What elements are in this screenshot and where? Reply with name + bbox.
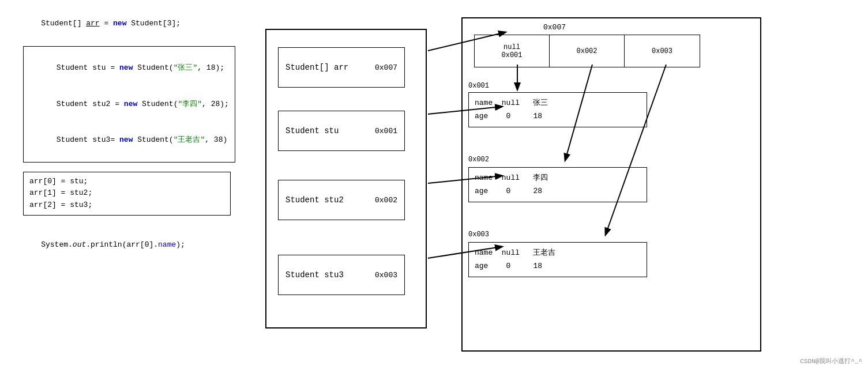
code-arr0: arr[0] = stu; (29, 176, 224, 188)
code-stu1: Student stu = new Student("张三", 18); (29, 50, 229, 86)
stack-label-stu: Student stu (285, 126, 375, 135)
kw-new-2: new (124, 100, 137, 108)
stack-item-stu3: Student stu3 0x003 (278, 255, 405, 295)
new-keyword: new (113, 19, 126, 28)
str-lisi: "李四" (178, 100, 202, 108)
stack-addr-stu3: 0x003 (375, 271, 397, 280)
stack-item-arr: Student[] arr 0x007 (278, 47, 405, 88)
heap-array-cell-0: null 0x001 (475, 35, 550, 67)
obj1-age-row: age 0 28 (475, 184, 641, 198)
heap-box: 0x007 null 0x001 0x002 0x003 0x001 name … (461, 17, 761, 352)
heap-array: null 0x001 0x002 0x003 (474, 35, 700, 67)
obj2-age-row: age 0 18 (475, 259, 641, 273)
code-section: Student[] arr = new Student[3]; Student … (23, 6, 265, 263)
obj0-name-row: name null 张三 (475, 96, 641, 110)
stack-addr-arr: 0x007 (375, 63, 397, 72)
cell2-top: 0x003 (652, 47, 672, 55)
stack-label-stu2: Student stu2 (285, 195, 375, 205)
stack-addr-stu: 0x001 (375, 127, 397, 135)
code-text: Student[] arr = new Student[3]; (41, 19, 181, 28)
out-italic: out (73, 240, 86, 249)
stack-item-stu: Student stu 0x001 (278, 111, 405, 151)
code-stu3: Student stu3= new Student("王老吉", 38) (29, 122, 229, 158)
obj0-age-row: age 0 18 (475, 110, 641, 123)
arr-underline: arr (86, 19, 99, 28)
code-arr2: arr[2] = stu3; (29, 199, 224, 212)
name-field: name (158, 240, 176, 249)
heap-obj-zhangsan: name null 张三 age 0 18 (468, 92, 647, 127)
str-zhangsan: "张三" (174, 63, 198, 72)
code-box-assignments: arr[0] = stu; arr[1] = stu2; arr[2] = st… (23, 172, 231, 216)
code-box-instantiation: Student stu = new Student("张三", 18); Stu… (23, 46, 235, 162)
stack-addr-stu2: 0x002 (375, 196, 397, 205)
watermark: CSDN@我叫小逃打^_^ (800, 357, 862, 365)
code-println: System.out.println(arr[0].name); (23, 227, 265, 263)
stack-label-arr: Student[] arr (285, 63, 375, 72)
cell0-bottom: 0x001 (501, 51, 522, 59)
cell0-top: null (503, 43, 520, 51)
heap-array-cell-1: 0x002 (550, 35, 625, 67)
heap-array-cell-2: 0x003 (625, 35, 700, 67)
cell1-top: 0x002 (576, 47, 597, 55)
code-stu2: Student stu2 = new Student("李四", 28); (29, 86, 229, 122)
heap-obj-wanglaoji: name null 王老吉 age 0 18 (468, 242, 647, 277)
heap-obj-lisi: name null 李四 age 0 28 (468, 167, 647, 202)
obj1-addr: 0x002 (468, 156, 489, 164)
stack-label-stu3: Student stu3 (285, 270, 375, 280)
obj0-addr: 0x001 (468, 82, 489, 90)
str-wanglaoji: "王老吉" (174, 135, 205, 144)
kw-new-1: new (119, 63, 133, 72)
obj2-addr: 0x003 (468, 231, 489, 239)
heap-array-addr-label: 0x007 (543, 23, 566, 32)
code-line-1: Student[] arr = new Student[3]; (23, 6, 265, 41)
stack-item-stu2: Student stu2 0x002 (278, 180, 405, 220)
stack-box: Student[] arr 0x007 Student stu 0x001 St… (265, 29, 427, 329)
code-arr1: arr[1] = stu2; (29, 187, 224, 199)
kw-new-3: new (119, 135, 133, 144)
obj2-name-row: name null 王老吉 (475, 246, 641, 259)
obj1-name-row: name null 李四 (475, 171, 641, 184)
